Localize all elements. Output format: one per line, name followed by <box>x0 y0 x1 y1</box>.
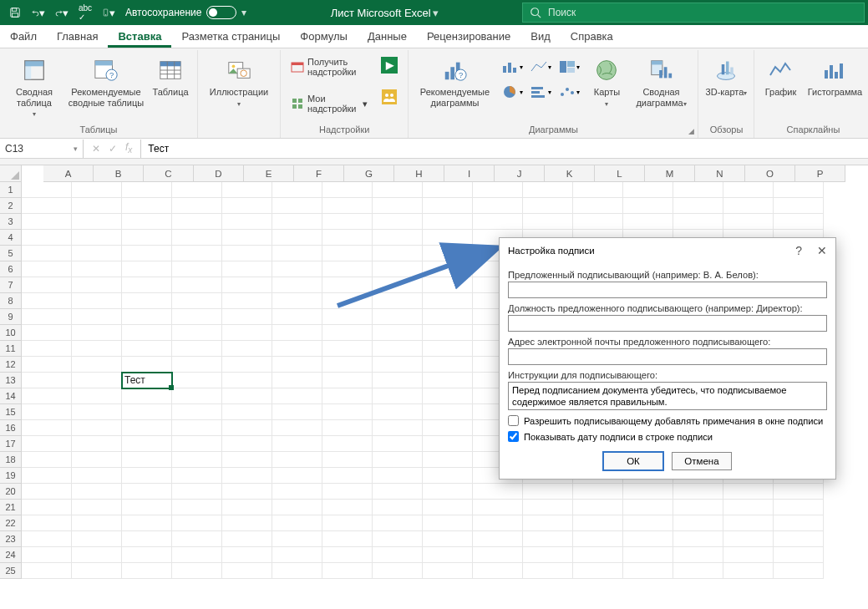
row-header[interactable]: 8 <box>0 293 22 309</box>
cell[interactable] <box>122 198 172 214</box>
cell[interactable] <box>22 309 72 325</box>
cell[interactable] <box>272 531 322 547</box>
cell[interactable] <box>673 515 723 531</box>
cell[interactable] <box>322 246 373 261</box>
cell[interactable] <box>373 420 423 436</box>
cell[interactable] <box>473 484 523 500</box>
cell[interactable] <box>222 341 272 357</box>
cell[interactable] <box>623 563 673 579</box>
pivot-chart-button[interactable]: Сводная диаграмма▾ <box>629 53 693 109</box>
cell[interactable] <box>172 468 222 484</box>
cell[interactable] <box>723 563 774 579</box>
cell[interactable] <box>122 468 172 484</box>
cell[interactable] <box>122 325 172 341</box>
cell[interactable] <box>272 198 322 214</box>
cell[interactable] <box>573 547 623 563</box>
cell[interactable] <box>22 261 72 277</box>
cell[interactable] <box>272 261 322 277</box>
cell[interactable] <box>373 484 423 500</box>
cell[interactable] <box>673 198 723 214</box>
cell[interactable] <box>122 563 172 579</box>
cell[interactable] <box>373 436 423 452</box>
cell[interactable] <box>523 214 573 230</box>
maps-button[interactable]: Карты▾ <box>586 53 627 109</box>
get-addins-button[interactable]: Получить надстройки <box>287 55 371 79</box>
cell[interactable] <box>22 468 72 484</box>
cell[interactable] <box>523 500 573 515</box>
cell[interactable] <box>72 261 122 277</box>
cell[interactable] <box>322 293 373 309</box>
cell[interactable] <box>423 420 473 436</box>
cell[interactable] <box>172 230 222 246</box>
cell[interactable] <box>373 341 423 357</box>
cell[interactable] <box>122 500 172 515</box>
cell[interactable] <box>322 388 373 404</box>
cell[interactable] <box>322 182 373 198</box>
col-header[interactable]: B <box>94 165 144 182</box>
cell[interactable] <box>272 547 322 563</box>
cell[interactable] <box>373 309 423 325</box>
cell[interactable] <box>222 230 272 246</box>
cell[interactable] <box>623 484 673 500</box>
cell[interactable] <box>122 436 172 452</box>
cell[interactable] <box>222 420 272 436</box>
cell[interactable] <box>172 214 222 230</box>
cell[interactable] <box>72 452 122 468</box>
cell[interactable] <box>72 468 122 484</box>
cell[interactable] <box>322 198 373 214</box>
help-icon[interactable]: ? <box>795 244 802 257</box>
menu-вид[interactable]: Вид <box>520 25 561 48</box>
cell[interactable] <box>172 515 222 531</box>
cell[interactable] <box>423 531 473 547</box>
cell[interactable] <box>172 404 222 420</box>
cell[interactable] <box>172 388 222 404</box>
cell[interactable] <box>322 325 373 341</box>
row-header[interactable]: 1 <box>0 182 22 198</box>
cell[interactable] <box>322 563 373 579</box>
col-header[interactable]: H <box>394 165 444 182</box>
cell[interactable] <box>573 214 623 230</box>
touch-mode-icon[interactable]: ▾ <box>102 6 115 19</box>
cell[interactable] <box>623 198 673 214</box>
cancel-formula-icon[interactable]: ✕ <box>92 143 100 155</box>
cell[interactable] <box>272 388 322 404</box>
cell[interactable] <box>573 563 623 579</box>
email-input[interactable] <box>508 348 827 365</box>
cell[interactable] <box>122 309 172 325</box>
cell[interactable] <box>723 198 774 214</box>
cell[interactable] <box>22 388 72 404</box>
signer-input[interactable] <box>508 282 827 298</box>
redo-icon[interactable]: ▾ <box>55 6 69 19</box>
cell[interactable] <box>322 261 373 277</box>
cell[interactable] <box>272 246 322 261</box>
cell[interactable] <box>423 547 473 563</box>
table-button[interactable]: Таблица <box>149 53 192 99</box>
cell[interactable] <box>22 563 72 579</box>
cell[interactable] <box>222 357 272 373</box>
autosave-toggle[interactable]: Автосохранение ▾ <box>125 6 246 19</box>
cell[interactable] <box>22 277 72 293</box>
col-header[interactable]: A <box>43 165 94 182</box>
cell[interactable] <box>774 500 824 515</box>
cell[interactable] <box>122 515 172 531</box>
cell[interactable] <box>373 198 423 214</box>
row-header[interactable]: 23 <box>0 531 22 547</box>
cell[interactable] <box>272 500 322 515</box>
menu-главная[interactable]: Главная <box>47 25 108 48</box>
menu-формулы[interactable]: Формулы <box>290 25 358 48</box>
cell[interactable] <box>373 563 423 579</box>
cell[interactable] <box>423 373 473 388</box>
cell[interactable] <box>22 404 72 420</box>
cell[interactable] <box>373 404 423 420</box>
cell[interactable] <box>272 452 322 468</box>
cell[interactable] <box>22 214 72 230</box>
cell[interactable] <box>423 388 473 404</box>
cell[interactable] <box>172 563 222 579</box>
cell[interactable] <box>423 277 473 293</box>
cell[interactable] <box>473 198 523 214</box>
cell[interactable] <box>322 452 373 468</box>
cell[interactable] <box>172 531 222 547</box>
cell[interactable] <box>373 531 423 547</box>
cell[interactable] <box>473 531 523 547</box>
cell[interactable] <box>423 452 473 468</box>
